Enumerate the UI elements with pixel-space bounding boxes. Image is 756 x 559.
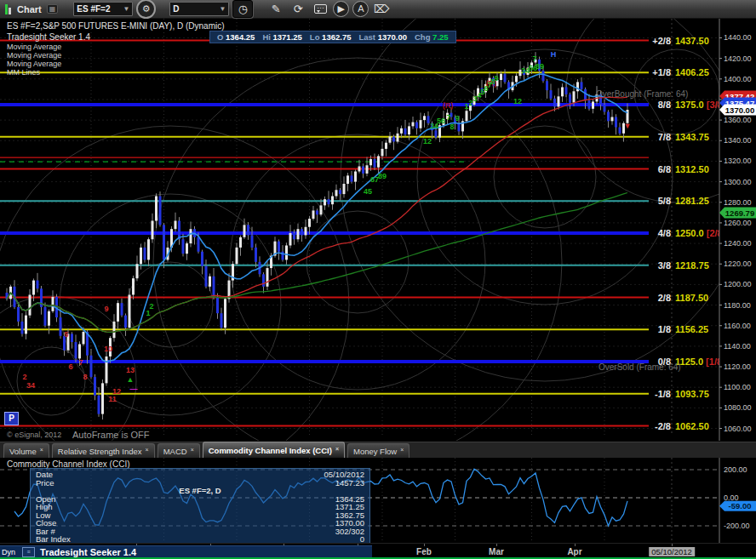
svg-text:1080.00: 1080.00 bbox=[724, 403, 752, 412]
svg-text:2/8: 2/8 bbox=[658, 293, 671, 303]
tab-label: Volume bbox=[9, 447, 37, 456]
cci-axis[interactable]: 200.000.00-200.00-59.00 bbox=[719, 458, 756, 543]
legend-moving-average-1: Moving Average bbox=[7, 43, 61, 51]
tab-close-icon[interactable]: × bbox=[40, 447, 43, 453]
main-toolbar: Chart ▦ ES #F=2 ▼ ⚙ D ▼ ◷ ✎ ⟳ ⋯ ▶ A ⌦ bbox=[0, 0, 756, 19]
eraser-button[interactable]: ⌦ bbox=[372, 1, 391, 17]
svg-text:12: 12 bbox=[112, 387, 121, 396]
tab-relative-strength-index[interactable]: Relative Strength Index× bbox=[52, 443, 155, 458]
open-label: O bbox=[217, 32, 223, 42]
time-axis-tick bbox=[496, 544, 497, 546]
tab-close-icon[interactable]: × bbox=[400, 447, 404, 453]
svg-text:1240.00: 1240.00 bbox=[724, 239, 752, 248]
symbol-lookup-button[interactable]: ⚙ bbox=[136, 0, 156, 19]
svg-text:7: 7 bbox=[446, 113, 450, 122]
ohlc-quote-strip: O 1364.25 Hi 1371.25 Lo 1362.75 Last 137… bbox=[209, 31, 456, 43]
svg-text:89: 89 bbox=[378, 172, 387, 180]
svg-text:1312.50: 1312.50 bbox=[675, 164, 709, 174]
chevron-down-icon: ▼ bbox=[123, 5, 129, 13]
svg-text:3/8: 3/8 bbox=[658, 260, 671, 271]
statusbar-title: Tradesight Seeker 1.4 bbox=[40, 547, 136, 557]
chevron-down-icon: ▼ bbox=[219, 5, 226, 13]
svg-text:-200.00: -200.00 bbox=[724, 522, 750, 530]
high-value: 1371.25 bbox=[273, 32, 302, 42]
svg-text:1406.25: 1406.25 bbox=[675, 67, 709, 77]
svg-text:1120.00: 1120.00 bbox=[724, 362, 751, 371]
svg-text:8: 8 bbox=[83, 373, 87, 381]
svg-text:6/8: 6/8 bbox=[658, 164, 671, 174]
svg-text:1140.00: 1140.00 bbox=[724, 342, 751, 351]
databox-row: Bar #302/302 bbox=[36, 528, 364, 536]
svg-text:5/8: 5/8 bbox=[658, 196, 671, 206]
status-bar: Dyn ≡ Tradesight Seeker 1.4 bbox=[0, 545, 372, 557]
svg-text:+2/8: +2/8 bbox=[652, 36, 671, 46]
pivot-badge[interactable]: P bbox=[4, 412, 19, 425]
svg-text:1060.00: 1060.00 bbox=[724, 425, 752, 433]
databox-row: Date05/10/2012 bbox=[36, 471, 364, 479]
tab-volume[interactable]: Volume× bbox=[3, 443, 49, 458]
tab-close-icon[interactable]: × bbox=[335, 446, 339, 452]
price-axis[interactable]: 1440.001420.001400.001380.001360.001340.… bbox=[719, 19, 756, 441]
svg-text:1340.00: 1340.00 bbox=[724, 136, 752, 145]
svg-text:(R): (R) bbox=[443, 101, 454, 110]
svg-text:45: 45 bbox=[364, 187, 372, 196]
svg-text:1218.75: 1218.75 bbox=[675, 260, 709, 271]
svg-text:9: 9 bbox=[455, 114, 459, 123]
svg-text:1420.00: 1420.00 bbox=[724, 54, 752, 63]
svg-text:1320.00: 1320.00 bbox=[724, 157, 752, 165]
tab-close-icon[interactable]: × bbox=[146, 447, 149, 453]
svg-text:9: 9 bbox=[104, 305, 108, 313]
svg-text:7/8: 7/8 bbox=[658, 132, 671, 142]
svg-text:1180.00: 1180.00 bbox=[724, 301, 751, 310]
svg-text:200.00: 200.00 bbox=[724, 465, 747, 474]
svg-text:1100.00: 1100.00 bbox=[724, 383, 751, 391]
app-title: Chart bbox=[17, 4, 42, 14]
databox-row: Close1370.00 bbox=[36, 519, 364, 528]
last-label: Last bbox=[358, 32, 375, 42]
symbol-value: ES #F=2 bbox=[77, 4, 110, 14]
time-template-button[interactable]: ◷ bbox=[232, 0, 253, 18]
low-label: Lo bbox=[310, 32, 320, 42]
tab-money-flow[interactable]: Money Flow× bbox=[347, 443, 410, 458]
svg-text:8/8: 8/8 bbox=[658, 100, 671, 110]
svg-text:10: 10 bbox=[104, 345, 112, 353]
svg-text:34: 34 bbox=[26, 381, 35, 390]
price-chart-plot[interactable]: 234567891011121312▲—456789123456789(R)(R… bbox=[0, 19, 756, 441]
chart-application-window: Chart ▦ ES #F=2 ▼ ⚙ D ▼ ◷ ✎ ⟳ ⋯ ▶ A ⌦ 23… bbox=[0, 0, 756, 559]
svg-text:1156.25: 1156.25 bbox=[675, 324, 708, 334]
study-label-tradesight-seeker: Tradesight Seeker 1.4 bbox=[7, 32, 90, 42]
chart-symbol-title: ES #F=2,S&P 500 FUTURES E-MINI (DAY), D … bbox=[7, 21, 225, 31]
databox-row: High1371.25 bbox=[36, 503, 364, 511]
statusbar-icon: ≡ bbox=[22, 547, 35, 557]
svg-text:5: 5 bbox=[64, 330, 68, 339]
tab-label: MACD bbox=[163, 447, 187, 456]
play-button[interactable]: ▶ bbox=[333, 1, 349, 17]
svg-text:1437.50: 1437.50 bbox=[675, 36, 709, 46]
autoframe-status-text: AutoFrame is OFF bbox=[72, 430, 149, 440]
interval-combobox[interactable]: D ▼ bbox=[169, 2, 229, 16]
svg-text:6: 6 bbox=[68, 362, 72, 371]
quote-note-button[interactable]: ⋯ bbox=[311, 1, 329, 17]
chart-mode-badge[interactable]: ▦ bbox=[47, 4, 59, 14]
svg-text:1400.00: 1400.00 bbox=[724, 75, 752, 83]
svg-text:2: 2 bbox=[149, 302, 153, 311]
tab-macd[interactable]: MACD× bbox=[158, 443, 200, 458]
draw-pencil-button[interactable]: ✎ bbox=[266, 1, 285, 17]
svg-text:13: 13 bbox=[126, 366, 135, 374]
time-axis-label: Mar bbox=[489, 547, 504, 556]
svg-text:1280.00: 1280.00 bbox=[724, 198, 752, 207]
svg-text:1300.00: 1300.00 bbox=[724, 178, 752, 186]
tab-close-icon[interactable]: × bbox=[191, 447, 194, 453]
tab-label: Commodity Channel Index (CCI) bbox=[209, 446, 332, 455]
last-value: 1370.00 bbox=[378, 32, 407, 42]
auto-button[interactable]: A bbox=[352, 1, 369, 17]
svg-text:89: 89 bbox=[536, 62, 544, 71]
tab-commodity-channel-index-cci[interactable]: Commodity Channel Index (CCI)× bbox=[203, 442, 345, 458]
symbol-combobox[interactable]: ES #F=2 ▼ bbox=[73, 2, 133, 16]
reload-button[interactable]: ⟳ bbox=[289, 1, 307, 17]
svg-text:7: 7 bbox=[78, 358, 83, 367]
time-axis-label: Feb bbox=[416, 547, 432, 556]
svg-text:1440.00: 1440.00 bbox=[724, 33, 752, 42]
svg-text:56: 56 bbox=[437, 117, 445, 125]
svg-text:1360.00: 1360.00 bbox=[724, 116, 752, 124]
